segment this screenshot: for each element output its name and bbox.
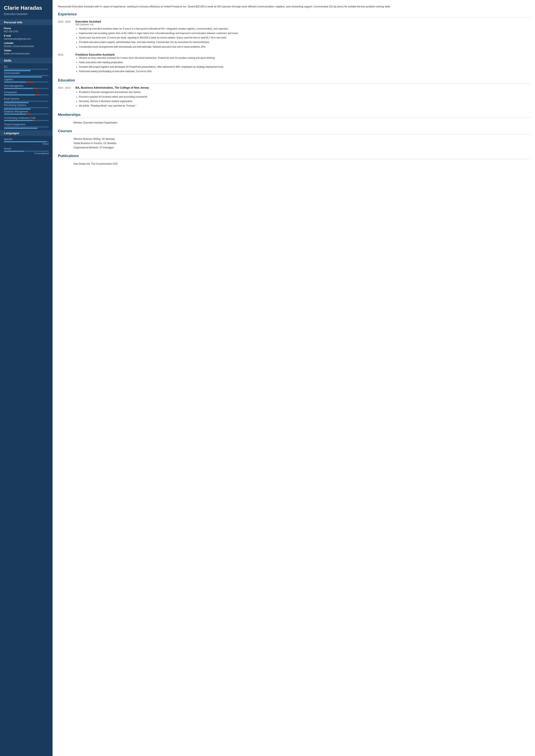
- education-bullet: Pursued a passion for business ethics an…: [79, 95, 529, 99]
- course-item: Effective Business Writing, UC Berkeley: [73, 137, 529, 141]
- skills-list: EQCommunicationLogisticsTime ManagementC…: [4, 65, 49, 127]
- main-content: Resourceful Executive Assistant with 5+ …: [52, 0, 535, 756]
- skill-bar-background: [4, 126, 49, 127]
- experience-list: 2013 - 2018Executive AssistantISN Lipman…: [58, 20, 529, 74]
- experience-job-title: Freelance Executive Assistant: [75, 53, 529, 56]
- experience-bullets: Worked as temp executive assistant for 4…: [75, 56, 529, 73]
- skill-name: Coordinating Conference Calls: [4, 117, 49, 119]
- publications-heading: Publications: [58, 154, 529, 159]
- experience-heading: Experience: [58, 12, 529, 17]
- experience-block: 2013 - 2018Executive AssistantISN Lipman…: [58, 20, 529, 50]
- twitter-block: Twitter twitter.com/clarieharadas: [4, 49, 49, 55]
- skill-name: Logistics: [4, 78, 49, 81]
- courses-list: Effective Business Writing, UC BerkeleyG…: [58, 137, 529, 150]
- skill-name: Database Management: [4, 110, 49, 113]
- skill-bar-background: [4, 94, 49, 95]
- language-item: SpanishFluent: [4, 138, 49, 145]
- skill-bar-accent: [34, 120, 36, 121]
- skill-item: Compassion: [4, 91, 49, 95]
- skill-item: Communication: [4, 72, 49, 76]
- language-bar-fill: [4, 141, 46, 142]
- education-bullet: Secretary, Women in Business student org…: [79, 99, 529, 103]
- experience-bullet: Aided executives with meeting preparatio…: [79, 61, 529, 64]
- courses-heading: Courses: [58, 129, 529, 134]
- linkedin-label: LinkedIn: [4, 42, 49, 44]
- skill-name: Travel Arrangements: [4, 123, 49, 126]
- experience-bullet: Performed weekly proofreading of executi…: [79, 69, 529, 73]
- skill-item: EQ: [4, 65, 49, 70]
- experience-content: Executive AssistantISN Lipmann, Inc.Hand…: [75, 20, 529, 50]
- experience-job-title: Executive Assistant: [75, 20, 529, 23]
- skill-name: EQ: [4, 65, 49, 68]
- language-item: FrenchConversational: [4, 148, 49, 154]
- skill-bar-background: [4, 75, 49, 76]
- education-block: 2010 - 2013BA, Business Administration, …: [58, 86, 529, 108]
- skill-bar-fill: [4, 102, 29, 103]
- education-list: 2010 - 2013BA, Business Administration, …: [58, 86, 529, 108]
- experience-bullet: Provided executive project support, admi…: [79, 40, 529, 44]
- skill-bar-background: [4, 68, 49, 70]
- course-item: Global Business in Practice, UC Berkeley: [73, 141, 529, 146]
- language-bar-background: [4, 141, 49, 142]
- skill-item: Coordinating Conference Calls: [4, 117, 49, 121]
- publications-section: Publications How Details Kill, The Count…: [58, 154, 529, 166]
- education-bullet: Excelled in financial management and bus…: [79, 91, 529, 94]
- skill-bar-fill: [4, 94, 35, 95]
- education-date: 2010 - 2013: [58, 86, 75, 108]
- skill-item: Database Management: [4, 110, 49, 115]
- linkedin-value: linkedin.com/in/clarieharadas: [4, 45, 49, 48]
- personal-info-heading: Personal Info: [0, 19, 52, 25]
- linkedin-block: LinkedIn linkedin.com/in/clarieharadas: [4, 42, 49, 48]
- experience-bullet: Assisted with project logistics and deve…: [79, 65, 529, 69]
- experience-content: Freelance Executive AssistantWorked as t…: [75, 53, 529, 74]
- skill-bar-fill: [4, 128, 38, 129]
- skill-item: Email Systems: [4, 97, 49, 102]
- publications-list: How Details Kill, The Counterintuitive C…: [58, 162, 529, 166]
- phone-label: Phone: [4, 27, 49, 30]
- education-section: Education 2010 - 2013BA, Business Admini…: [58, 78, 529, 108]
- skill-bar-background: [4, 88, 49, 89]
- email-block: E-mail clarieharadas@gmail.com: [4, 34, 49, 40]
- skill-bar-background: [4, 107, 49, 108]
- courses-section: Courses Effective Business Writing, UC B…: [58, 129, 529, 150]
- skill-item: File-Sharing Systems: [4, 104, 49, 108]
- course-item: Organizational Behavior, IIT Kharagpur: [73, 146, 529, 150]
- experience-date: 2013 - 2018: [58, 20, 75, 50]
- skill-bar-fill: [4, 108, 31, 110]
- education-degree: BA, Business Administration, The College…: [75, 86, 529, 89]
- languages-list: SpanishFluentFrenchConversational: [4, 138, 49, 154]
- skill-item: Time Management: [4, 85, 49, 89]
- language-bar-background: [4, 151, 49, 152]
- membership-item: Member, Executive Assistant Organization: [73, 121, 529, 125]
- languages-heading: Languages: [0, 130, 52, 136]
- sidebar: Clarie Haradas Executive Assistant Perso…: [0, 0, 52, 756]
- email-label: E-mail: [4, 34, 49, 37]
- memberships-list: Member, Executive Assistant Organization: [58, 121, 529, 125]
- candidate-title: Executive Assistant: [4, 13, 49, 15]
- publication-item: How Details Kill, The Counterintuitive C…: [73, 162, 529, 166]
- skill-bar-accent: [36, 94, 40, 95]
- phone-block: Phone 862-208-2592: [4, 27, 49, 33]
- twitter-label: Twitter: [4, 49, 49, 52]
- experience-bullets: Handled top executive assistant duties f…: [75, 27, 529, 49]
- skill-bar-accent: [34, 88, 38, 89]
- summary: Resourceful Executive Assistant with 5+ …: [58, 5, 529, 9]
- phone-value: 862-208-2592: [4, 30, 49, 33]
- memberships-section: Memberships Member, Executive Assistant …: [58, 113, 529, 125]
- skill-bar-background: [4, 101, 49, 102]
- language-bar-fill: [4, 151, 24, 152]
- skill-bar-accent: [27, 81, 34, 83]
- skill-bar-fill: [4, 88, 33, 89]
- skill-bar-accent: [27, 114, 31, 115]
- skill-name: Time Management: [4, 85, 49, 87]
- skill-bar-background: [4, 81, 49, 83]
- twitter-value: twitter.com/clarieharadas: [4, 52, 49, 55]
- candidate-name: Clarie Haradas: [4, 5, 49, 11]
- memberships-heading: Memberships: [58, 113, 529, 118]
- skill-item: Travel Arrangements: [4, 123, 49, 127]
- education-content: BA, Business Administration, The College…: [75, 86, 529, 108]
- experience-bullet: Implemented call-recording system that c…: [79, 32, 529, 35]
- experience-date: 2013: [58, 53, 75, 74]
- skill-name: Compassion: [4, 91, 49, 94]
- skill-item: Logistics: [4, 78, 49, 83]
